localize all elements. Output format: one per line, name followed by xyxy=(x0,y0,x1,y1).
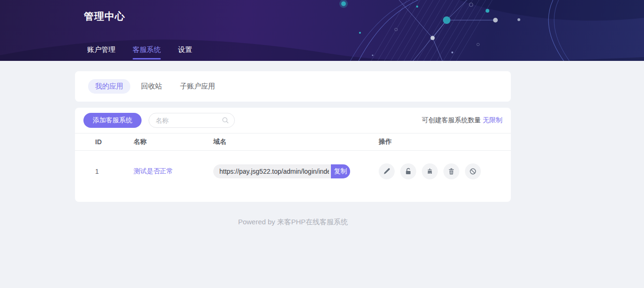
row-name-link[interactable]: 测试是否正常 xyxy=(134,167,213,176)
search-box xyxy=(149,113,235,128)
quota-info: 可创建客服系统数量无限制 xyxy=(422,116,502,125)
row-actions xyxy=(379,163,511,179)
unlock-icon xyxy=(404,168,412,175)
edit-action-button[interactable] xyxy=(379,163,395,179)
lock-action-button[interactable] xyxy=(400,163,416,179)
quota-label: 可创建客服系统数量 xyxy=(422,116,481,124)
tab-my-applications[interactable]: 我的应用 xyxy=(88,79,130,94)
ban-action-button[interactable] xyxy=(465,163,481,179)
brush-icon xyxy=(426,168,434,175)
trash-icon xyxy=(448,168,455,175)
toolbar: 添加客服系统 可创建客服系统数量无限制 xyxy=(75,108,511,133)
clean-action-button[interactable] xyxy=(422,163,438,179)
ban-icon xyxy=(469,168,477,175)
tab-account-management[interactable]: 账户管理 xyxy=(87,45,115,61)
search-icon xyxy=(222,117,229,124)
page-title: 管理中心 xyxy=(84,10,125,23)
domain-input[interactable] xyxy=(213,164,331,178)
service-list-card: 添加客服系统 可创建客服系统数量无限制 ID 名称 域名 操作 xyxy=(75,108,511,202)
app-tabs-card: 我的应用 回收站 子账户应用 xyxy=(75,71,511,102)
tab-customer-service-system[interactable]: 客服系统 xyxy=(133,45,161,61)
row-id: 1 xyxy=(95,168,134,175)
add-service-system-button[interactable]: 添加客服系统 xyxy=(83,113,142,128)
page-body: 我的应用 回收站 子账户应用 添加客服系统 可创建客服系统数量无限制 xyxy=(0,71,644,227)
table-row: 1 测试是否正常 复制 xyxy=(75,151,511,202)
column-header-domain: 域名 xyxy=(213,138,379,146)
content-container: 我的应用 回收站 子账户应用 添加客服系统 可创建客服系统数量无限制 xyxy=(75,71,511,227)
quota-value-link[interactable]: 无限制 xyxy=(483,116,502,124)
tab-recycle-bin[interactable]: 回收站 xyxy=(134,79,169,94)
tab-subaccount-applications[interactable]: 子账户应用 xyxy=(173,79,222,94)
column-header-id: ID xyxy=(95,138,134,146)
pencil-icon xyxy=(383,168,390,175)
column-header-name: 名称 xyxy=(134,138,213,146)
powered-by-text: Powered by 来客PHP在线客服系统 xyxy=(75,218,511,227)
tab-settings[interactable]: 设置 xyxy=(178,45,192,61)
delete-action-button[interactable] xyxy=(443,163,459,179)
header-nav: 账户管理 客服系统 设置 xyxy=(87,45,192,61)
header: 管理中心 账户管理 客服系统 设置 xyxy=(0,0,644,61)
column-header-actions: 操作 xyxy=(379,138,511,146)
copy-button[interactable]: 复制 xyxy=(331,164,350,178)
table-header: ID 名称 域名 操作 xyxy=(75,133,511,151)
domain-copy-group: 复制 xyxy=(213,164,379,178)
